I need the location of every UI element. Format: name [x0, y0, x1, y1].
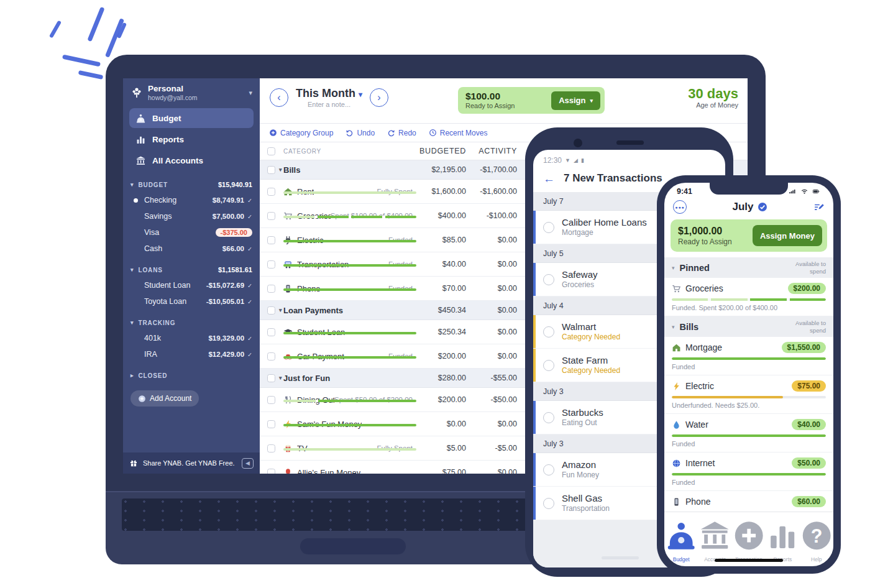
sidebar-nav-item[interactable]: Reports [129, 129, 254, 149]
transaction-select-radio[interactable] [543, 464, 554, 475]
toolbar-button[interactable]: Category Group [269, 129, 333, 137]
transaction-date-label: July 4 [543, 301, 564, 310]
row-checkbox[interactable] [267, 469, 275, 474]
chevron-down-icon[interactable]: ▾ [279, 375, 282, 381]
budget-category-row[interactable]: Internet $50.00 Funded [664, 452, 833, 491]
transaction-select-radio[interactable] [543, 498, 554, 509]
sidebar-account-row[interactable]: Cash $66.00 ✓ [123, 241, 260, 257]
budget-section-header[interactable]: Bills Available to spend [664, 316, 833, 337]
age-of-money: 30 days Age of Money [688, 86, 738, 109]
budget-category-row[interactable]: Water $40.00 Funded [664, 414, 833, 452]
transaction-date-label: July 5 [543, 249, 564, 258]
budget-section-label: Pinned [680, 263, 710, 273]
toolbar-button[interactable]: Undo [346, 129, 375, 137]
row-checkbox[interactable] [267, 260, 275, 269]
row-checkbox[interactable] [267, 396, 275, 404]
assign-button[interactable]: Assign ▾ [551, 91, 600, 110]
chevron-icon [130, 372, 134, 379]
tab-bar-item[interactable]: Transaction [732, 515, 766, 556]
row-checkbox[interactable] [267, 328, 275, 336]
sidebar-section-header[interactable]: BUDGET $15,940.91 [123, 177, 260, 192]
chevron-down-icon[interactable]: ▾ [279, 307, 282, 313]
transaction-select-radio[interactable] [543, 274, 554, 285]
budget-category-row[interactable]: Mortgage $1,550.00 Funded [664, 337, 833, 375]
transaction-category: Category Needed [562, 333, 620, 342]
age-of-money-label: Age of Money [688, 101, 738, 109]
toolbar-button-icon [269, 129, 277, 137]
toolbar-button[interactable]: Recent Moves [429, 129, 488, 137]
budget-category-row[interactable]: Electric $75.00 Underfunded. Needs $25.0… [664, 375, 833, 414]
tab-bar-item[interactable]: Help [800, 515, 833, 556]
ready-to-assign-panel: $1,000.00 Ready to Assign Assign Money [671, 219, 827, 252]
sidebar-account-row[interactable]: Student Loan -$15,072.69 ✓ [123, 277, 260, 293]
row-checkbox[interactable] [267, 212, 275, 220]
toolbar-button[interactable]: Redo [387, 129, 416, 137]
row-checkbox[interactable] [267, 188, 275, 196]
tab-bar-item[interactable]: Accounts [698, 515, 731, 556]
activity-amount: $0.00 [466, 352, 517, 361]
month-selector[interactable]: This Month ▾ [296, 87, 362, 100]
toolbar-button-label: Undo [357, 129, 375, 137]
account-row-amount: $7,500.00 [213, 213, 244, 220]
status-time: 12:30 [543, 156, 562, 165]
sidebar-account-row[interactable]: Checking $8,749.91 ✓ [123, 192, 260, 208]
back-arrow-icon[interactable]: ← [543, 173, 555, 185]
select-all-checkbox[interactable] [267, 147, 275, 155]
sidebar-section-header[interactable]: LOANS $1,1581.61 [123, 262, 260, 277]
sidebar-section-header[interactable]: TRACKING [123, 315, 260, 330]
next-month-button[interactable]: › [370, 88, 388, 107]
budget-category-row[interactable]: Groceries $200.00 Funded. Spent $200.00 … [664, 278, 833, 316]
decorative-stroke [78, 70, 104, 80]
sidebar-account-row[interactable]: Visa -$375.00 ✓ [123, 224, 260, 241]
tab-bar-label: Help [800, 556, 833, 563]
sidebar-nav-item[interactable]: All Accounts [129, 150, 254, 170]
tab-bar-item[interactable]: Reports [766, 515, 799, 556]
transaction-select-radio[interactable] [543, 412, 554, 423]
row-checkbox[interactable] [267, 420, 275, 428]
sidebar-account-row[interactable]: Toyota Loan -$10,505.01 ✓ [123, 293, 260, 310]
laptop-trackpad-notch [300, 538, 406, 554]
row-checkbox[interactable] [267, 166, 275, 174]
sidebar-nav-item[interactable]: Budget [129, 108, 254, 128]
sidebar-section-header[interactable]: CLOSED [123, 368, 260, 383]
tab-bar-item[interactable]: Budget [664, 515, 698, 556]
row-checkbox[interactable] [267, 306, 275, 315]
assign-money-button[interactable]: Assign Money [753, 225, 822, 246]
transaction-select-radio[interactable] [543, 222, 554, 233]
sidebar-account-row[interactable]: IRA $12,429.00 ✓ [123, 346, 260, 362]
phone-notch [710, 183, 788, 195]
account-name: Personal [148, 84, 198, 94]
row-checkbox[interactable] [267, 236, 275, 244]
row-checkbox[interactable] [267, 444, 275, 452]
account-row-amount: $8,749.91 [213, 196, 244, 204]
collapse-sidebar-button[interactable]: ◀ [242, 458, 254, 469]
previous-month-button[interactable]: ‹ [270, 88, 288, 107]
cell-signal-icon: ◢ [574, 157, 578, 163]
transaction-color-edge [533, 487, 536, 520]
category-status: Funded [672, 363, 826, 371]
add-account-button[interactable]: Add Account [130, 390, 199, 407]
menu-dots-button[interactable]: ●●● [673, 200, 687, 214]
transaction-select-radio[interactable] [543, 360, 554, 371]
scroll-indicator [602, 556, 639, 559]
row-checkbox[interactable] [267, 374, 275, 382]
month-note-field[interactable]: Enter a note... [296, 101, 362, 108]
activity-amount: -$55.00 [466, 374, 517, 382]
transaction-select-radio[interactable] [543, 326, 554, 338]
chevron-down-icon[interactable]: ▾ [279, 167, 282, 173]
month-selector[interactable]: July [687, 201, 813, 213]
sidebar-account-row[interactable]: 401k $19,329.00 ✓ [123, 330, 260, 346]
chevron-icon [130, 181, 134, 188]
edit-categories-icon[interactable] [813, 202, 825, 213]
budget-section-header[interactable]: Pinned Available to spend [664, 257, 833, 278]
budget-category-row[interactable]: Phone $60.00 [664, 491, 833, 512]
row-checkbox[interactable] [267, 352, 275, 361]
sidebar-account-row[interactable]: Savings $7,500.00 ✓ [123, 208, 260, 224]
transaction-payee: Amazon [562, 459, 599, 471]
row-checkbox[interactable] [267, 285, 275, 293]
account-switcher[interactable]: Personal howdy@yall.com ▾ [123, 78, 260, 107]
toolbar-button-label: Category Group [280, 129, 333, 137]
sidebar-footer: Share YNAB. Get YNAB Free. ◀ [123, 452, 260, 474]
share-ynab-link[interactable]: Share YNAB. Get YNAB Free. [143, 459, 235, 467]
column-category: CATEGORY [283, 148, 416, 155]
